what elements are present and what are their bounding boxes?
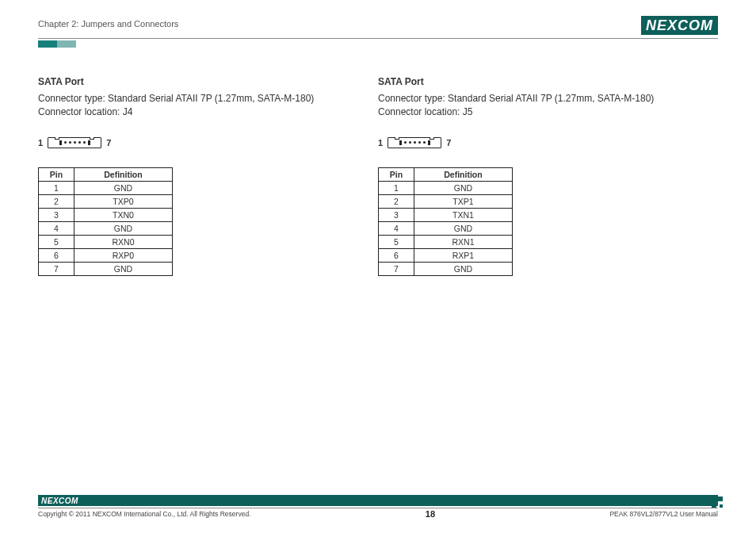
sata-connector-icon [388, 137, 441, 148]
connector-desc-right: Connector type: Standard Serial ATAII 7P… [378, 92, 702, 120]
table-row: 2TXP1 [379, 194, 513, 208]
content-columns: SATA Port Connector type: Standard Seria… [38, 76, 718, 276]
pin-label-1-left: 1 [38, 138, 43, 148]
nexcom-logo-top: NEXCOM [641, 16, 718, 35]
sata-connector-icon [48, 137, 101, 148]
table-row: 7GND [379, 262, 513, 275]
page-number: 18 [426, 509, 435, 519]
table-row: 3TXN0 [39, 208, 173, 221]
header-pin: Pin [379, 167, 414, 181]
header-def: Definition [414, 167, 513, 181]
table-row: 1GND [379, 181, 513, 194]
nexcom-logo-bottom: NEXCOM [41, 497, 78, 505]
table-header-row: Pin Definition [379, 167, 513, 181]
table-row: 4GND [39, 221, 173, 235]
pin-table-left: Pin Definition 1GND 2TXP0 3TXN0 4GND 5RX… [38, 167, 173, 276]
connector-location-left: Connector location: J4 [38, 106, 132, 117]
table-row: 1GND [39, 181, 173, 194]
table-row: 5RXN1 [379, 235, 513, 248]
manual-title: PEAK 876VL2/877VL2 User Manual [609, 510, 718, 518]
header-pin: Pin [39, 167, 74, 181]
footer-bar: NEXCOM [38, 495, 718, 506]
table-row: 2TXP0 [39, 194, 173, 208]
table-row: 7GND [39, 262, 173, 275]
page-header: Chapter 2: Jumpers and Connectors NEXCOM [38, 16, 718, 35]
connector-diagram-left: 1 7 [38, 137, 362, 148]
table-row: 6RXP1 [379, 248, 513, 262]
page-footer: NEXCOM Copyright © 2011 NEXCOM Internati… [38, 495, 718, 519]
connector-location-right: Connector location: J5 [378, 106, 472, 117]
connector-type-right: Connector type: Standard Serial ATAII 7P… [378, 93, 654, 104]
footer-decoration-icon [707, 495, 723, 511]
table-row: 3TXN1 [379, 208, 513, 221]
copyright-text: Copyright © 2011 NEXCOM International Co… [38, 510, 250, 518]
pin-label-7-right: 7 [446, 138, 451, 148]
connector-desc-left: Connector type: Standard Serial ATAII 7P… [38, 92, 362, 120]
pin-table-right: Pin Definition 1GND 2TXP1 3TXN1 4GND 5RX… [378, 167, 513, 276]
connector-diagram-right: 1 7 [378, 137, 702, 148]
connector-type-left: Connector type: Standard Serial ATAII 7P… [38, 93, 314, 104]
chapter-title: Chapter 2: Jumpers and Connectors [38, 16, 178, 29]
pin-label-7-left: 7 [106, 138, 111, 148]
footer-info-row: Copyright © 2011 NEXCOM International Co… [38, 508, 718, 519]
section-title-left: SATA Port [38, 76, 362, 87]
table-header-row: Pin Definition [39, 167, 173, 181]
table-row: 6RXP0 [39, 248, 173, 262]
header-def: Definition [74, 167, 173, 181]
table-row: 5RXN0 [39, 235, 173, 248]
header-accent-bars [38, 40, 718, 48]
left-column: SATA Port Connector type: Standard Seria… [38, 76, 378, 276]
table-row: 4GND [379, 221, 513, 235]
section-title-right: SATA Port [378, 76, 702, 87]
right-column: SATA Port Connector type: Standard Seria… [378, 76, 718, 276]
header-rule [38, 38, 718, 39]
logo-text: NEXCOM [646, 17, 713, 34]
pin-label-1-right: 1 [378, 138, 383, 148]
